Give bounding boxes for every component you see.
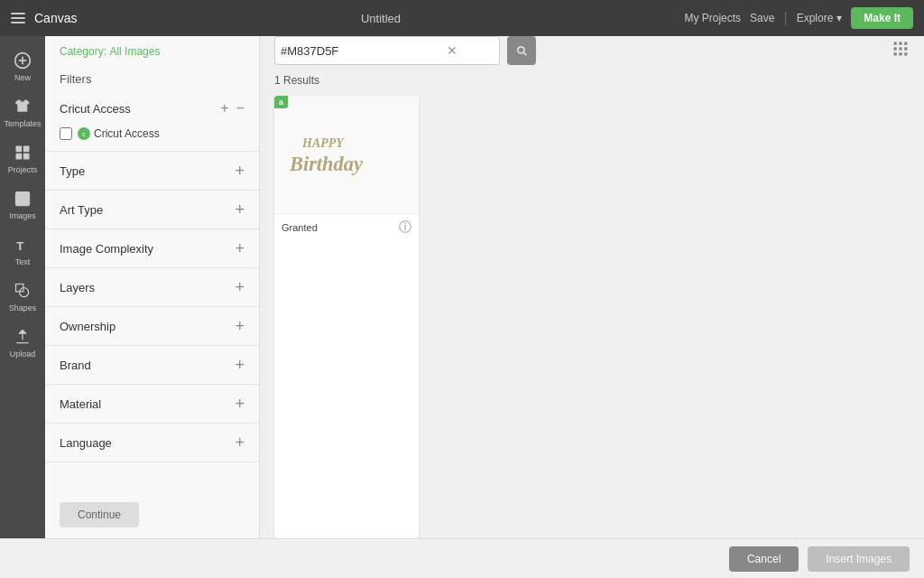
filter-art-type-expand-icon[interactable]: + bbox=[235, 201, 245, 218]
text-icon: T bbox=[13, 235, 32, 255]
content-area: ✕ 1 Results a bbox=[260, 36, 924, 538]
image-icon bbox=[13, 189, 32, 209]
main-layout: New Templates Projects Images T Text bbox=[0, 36, 924, 538]
category-value[interactable]: All Images bbox=[109, 45, 160, 58]
svg-rect-12 bbox=[894, 42, 897, 45]
sidebar-label-images: Images bbox=[9, 211, 36, 220]
topbar-left: Canvas bbox=[11, 11, 77, 25]
image-label: Granted bbox=[282, 222, 318, 233]
filters-footer: Continue bbox=[45, 491, 259, 538]
explore-button[interactable]: Explore ▾ bbox=[797, 12, 843, 24]
grid-projects-icon bbox=[13, 143, 32, 163]
cricut-access-checkbox-row[interactable]: c Cricut Access bbox=[60, 124, 245, 144]
filter-image-complexity[interactable]: Image Complexity + bbox=[45, 229, 259, 268]
cricut-logo-icon: c bbox=[78, 127, 90, 140]
sidebar-item-images[interactable]: Images bbox=[0, 182, 45, 228]
cricut-access-title: Cricut Access bbox=[60, 102, 131, 116]
search-input[interactable] bbox=[281, 44, 443, 58]
svg-rect-19 bbox=[899, 52, 901, 55]
cricut-access-section: Cricut Access + − c Cricut Access bbox=[45, 93, 259, 152]
search-icon bbox=[515, 44, 528, 57]
filter-art-type[interactable]: Art Type + bbox=[45, 191, 259, 229]
sidebar-label-projects: Projects bbox=[8, 165, 38, 174]
insert-images-button[interactable]: Insert Images bbox=[808, 546, 910, 572]
filter-type-expand-icon[interactable]: + bbox=[235, 163, 245, 179]
filters-header: Filters bbox=[45, 63, 259, 93]
sidebar-label-upload: Upload bbox=[10, 350, 36, 359]
bottom-bar: Cancel Insert Images bbox=[0, 538, 924, 578]
cricut-access-checkbox[interactable] bbox=[60, 127, 72, 140]
upload-icon bbox=[13, 327, 32, 347]
filter-ownership[interactable]: Ownership + bbox=[45, 307, 259, 346]
filter-brand-label: Brand bbox=[60, 359, 91, 372]
cancel-button[interactable]: Cancel bbox=[729, 546, 799, 572]
filter-layers-expand-icon[interactable]: + bbox=[235, 279, 245, 295]
chevron-down-icon: ▾ bbox=[836, 12, 842, 24]
filter-layers[interactable]: Layers + bbox=[45, 268, 259, 307]
svg-rect-20 bbox=[904, 52, 907, 55]
svg-rect-18 bbox=[894, 52, 897, 55]
explore-label: Explore bbox=[797, 12, 834, 24]
grid-view-icon bbox=[892, 40, 910, 58]
plus-circle-icon bbox=[13, 51, 32, 70]
minus-icon[interactable]: − bbox=[236, 100, 245, 117]
topbar-divider: | bbox=[783, 10, 787, 26]
svg-point-8 bbox=[19, 195, 21, 198]
filter-material-expand-icon[interactable]: + bbox=[235, 396, 245, 412]
sidebar-label-text: Text bbox=[15, 257, 31, 266]
plus-icon[interactable]: + bbox=[220, 100, 228, 117]
clear-search-icon[interactable]: ✕ bbox=[443, 43, 461, 58]
category-header: Category: All Images bbox=[45, 36, 259, 63]
grid-toggle-button[interactable] bbox=[892, 40, 910, 61]
svg-rect-16 bbox=[899, 47, 901, 50]
app-name: Canvas bbox=[34, 11, 77, 25]
cricut-access-icons: + − bbox=[220, 100, 245, 117]
my-projects-button[interactable]: My Projects bbox=[684, 12, 741, 24]
shirt-icon bbox=[13, 97, 32, 117]
svg-rect-5 bbox=[16, 154, 23, 160]
filter-type[interactable]: Type + bbox=[45, 152, 259, 191]
results-count: 1 Results bbox=[260, 74, 924, 96]
cricut-access-header: Cricut Access + − bbox=[60, 93, 245, 124]
svg-rect-13 bbox=[899, 42, 901, 45]
hamburger-icon[interactable] bbox=[11, 13, 25, 23]
svg-rect-15 bbox=[894, 47, 897, 50]
sidebar-item-new[interactable]: New bbox=[0, 43, 45, 89]
happy-birthday-image: .hb-text { font-family: 'Times New Roman… bbox=[283, 123, 410, 186]
sidebar-label-new: New bbox=[14, 73, 31, 82]
filters-panel: Category: All Images Filters Cricut Acce… bbox=[45, 36, 260, 538]
filter-material[interactable]: Material + bbox=[45, 385, 259, 424]
icon-sidebar: New Templates Projects Images T Text bbox=[0, 36, 45, 538]
sidebar-item-upload[interactable]: Upload bbox=[0, 320, 45, 366]
filter-brand[interactable]: Brand + bbox=[45, 346, 259, 385]
continue-button[interactable]: Continue bbox=[60, 502, 139, 527]
filter-art-type-label: Art Type bbox=[60, 203, 103, 217]
search-input-wrapper: ✕ bbox=[274, 36, 500, 65]
filter-image-complexity-expand-icon[interactable]: + bbox=[235, 240, 245, 256]
filter-language-expand-icon[interactable]: + bbox=[235, 434, 245, 451]
sidebar-item-text[interactable]: T Text bbox=[0, 228, 45, 274]
sidebar-item-projects[interactable]: Projects bbox=[0, 135, 45, 182]
topbar-title: Untitled bbox=[361, 12, 401, 25]
svg-rect-4 bbox=[23, 146, 30, 153]
info-icon[interactable]: ⓘ bbox=[399, 219, 411, 236]
search-button[interactable] bbox=[507, 36, 536, 65]
filter-ownership-expand-icon[interactable]: + bbox=[235, 318, 245, 334]
sidebar-item-shapes[interactable]: Shapes bbox=[0, 274, 45, 320]
sidebar-label-shapes: Shapes bbox=[9, 303, 37, 312]
image-card[interactable]: a .hb-text { font-family: 'Times New Rom… bbox=[274, 96, 419, 538]
svg-point-10 bbox=[20, 288, 29, 297]
save-button[interactable]: Save bbox=[750, 12, 774, 24]
sidebar-item-templates[interactable]: Templates bbox=[0, 89, 45, 135]
filter-brand-expand-icon[interactable]: + bbox=[235, 357, 245, 373]
image-preview: .hb-text { font-family: 'Times New Roman… bbox=[274, 96, 419, 213]
svg-rect-6 bbox=[23, 154, 30, 160]
make-it-button[interactable]: Make It bbox=[851, 7, 913, 29]
image-card-footer: Granted ⓘ bbox=[274, 213, 419, 241]
svg-rect-14 bbox=[904, 42, 907, 45]
category-prefix: Category: bbox=[60, 45, 106, 58]
filter-language[interactable]: Language + bbox=[45, 424, 259, 462]
svg-text:T: T bbox=[16, 239, 23, 253]
topbar-right: My Projects Save | Explore ▾ Make It bbox=[684, 7, 913, 29]
filter-image-complexity-label: Image Complexity bbox=[60, 242, 153, 256]
